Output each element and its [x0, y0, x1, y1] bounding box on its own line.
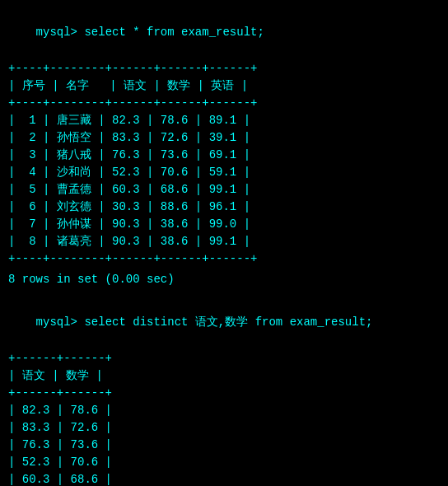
table2-border-top: +------+------+ [8, 350, 440, 367]
table2-row-2: | 76.3 | 73.6 | [8, 437, 440, 454]
table1-header: | 序号 | 名字 | 语文 | 数学 | 英语 | [8, 77, 440, 95]
table1-row-7: | 8 | 诸葛亮 | 90.3 | 38.6 | 99.1 | [8, 233, 440, 250]
table1-row-4: | 5 | 曹孟德 | 60.3 | 68.6 | 99.1 | [8, 181, 440, 199]
table2-row-4: | 60.3 | 68.6 | [8, 471, 440, 486]
table2-border-mid: +------+------+ [8, 385, 440, 402]
query2-line: mysql> select distinct 语文,数学 from exam_r… [8, 297, 440, 348]
table1-row-3: | 4 | 沙和尚 | 52.3 | 70.6 | 59.1 | [8, 164, 440, 181]
table1-row-6: | 7 | 孙仲谋 | 90.3 | 38.6 | 99.0 | [8, 216, 440, 233]
table2: +------+------+ | 语文 | 数学 | +------+----… [8, 350, 440, 486]
table1-border-mid: +----+--------+------+------+------+ [8, 95, 440, 112]
query1-line: mysql> select * from exam_result; [8, 7, 440, 58]
prompt1: mysql> [36, 26, 85, 39]
terminal: mysql> select * from exam_result; +----+… [8, 7, 440, 486]
table1-row-5: | 6 | 刘玄德 | 30.3 | 88.6 | 96.1 | [8, 199, 440, 216]
table2-row-1: | 83.3 | 72.6 | [8, 419, 440, 437]
result1-info: 8 rows in set (0.00 sec) [8, 271, 440, 288]
table1-row-1: | 2 | 孙悟空 | 83.3 | 72.6 | 39.1 | [8, 129, 440, 147]
table2-header: | 语文 | 数学 | [8, 367, 440, 385]
command1: select * from exam_result; [84, 26, 264, 39]
table2-row-0: | 82.3 | 78.6 | [8, 402, 440, 419]
table1-border-top: +----+--------+------+------+------+ [8, 60, 440, 77]
table1-row-2: | 3 | 猪八戒 | 76.3 | 73.6 | 69.1 | [8, 147, 440, 164]
table1: +----+--------+------+------+------+ | 序… [8, 60, 440, 268]
command2: select distinct 语文,数学 from exam_result; [84, 315, 372, 329]
prompt2: mysql> [36, 315, 85, 329]
table2-row-3: | 52.3 | 70.6 | [8, 454, 440, 471]
table1-border-bot: +----+--------+------+------+------+ [8, 250, 440, 268]
table1-row-0: | 1 | 唐三藏 | 82.3 | 78.6 | 89.1 | [8, 112, 440, 129]
